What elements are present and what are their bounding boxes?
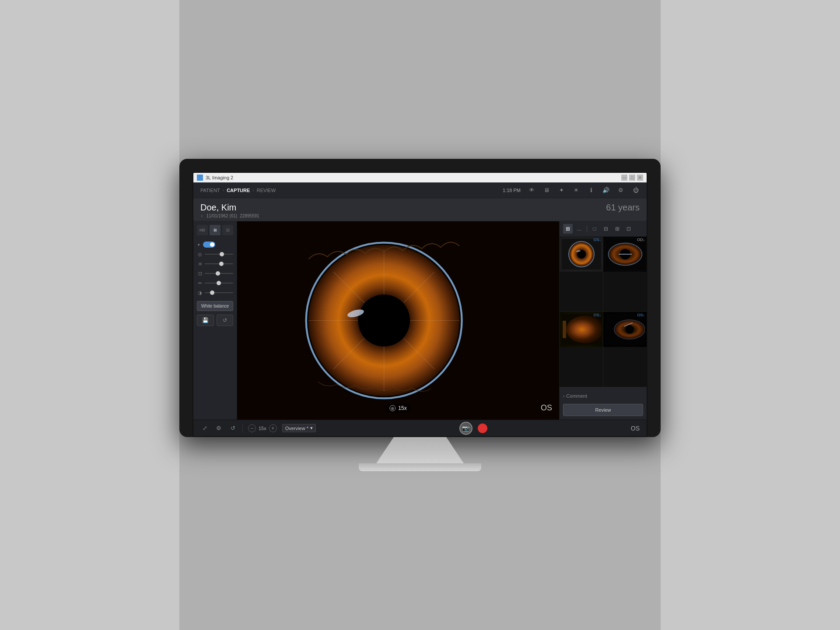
slider-4-icon: ✏ [197,280,203,286]
comment-section: › Comment [563,391,643,401]
eye-side-label: OS [631,425,640,432]
thumb-3-image [560,312,603,347]
slider-5[interactable] [205,290,233,296]
monitor-icon[interactable]: 🖥 [542,186,550,194]
zoom-plus-button[interactable]: + [269,424,277,432]
patient-details: ♀ 11/01/1962 (61) 22895591 [200,214,259,218]
slider-row-3: ⊡ [197,270,233,277]
tab-hd[interactable]: HD [197,225,208,235]
undo-button[interactable]: ↺ [217,315,234,326]
svg-rect-25 [563,321,566,338]
slider-row-1: ◎ [197,250,233,258]
comment-arrow-icon: › [563,394,564,399]
thumbnails-grid: OS↓ [560,237,647,387]
rp-quad-icon[interactable]: ⊞ [612,224,622,234]
nav-capture[interactable]: CAPTURE [227,188,250,193]
slider-2-icon: ≋ [197,261,203,267]
save-button[interactable]: 💾 [197,315,214,326]
thumb-2-image [603,237,647,272]
eye-icon[interactable]: 👁 [528,186,536,194]
close-button[interactable]: ✕ [637,175,643,181]
toggle-icon: ✦ [197,242,200,247]
slider-5-track [205,292,233,293]
toggle-switch[interactable] [203,242,215,248]
slider-3-track [205,273,233,274]
slider-1[interactable] [205,251,233,257]
zoom-indicator-icon: ⊕ [389,405,396,411]
zoom-level-text: 15x [259,426,266,431]
capture-button[interactable]: 📷 [459,422,472,435]
slider-row-4: ✏ [197,279,233,287]
power-icon[interactable]: ⏻ [632,186,640,194]
gender-icon: ♀ [200,214,204,218]
thumbnail-3[interactable]: OS↓ [560,312,603,387]
refresh-icon[interactable]: ↺ [228,424,237,433]
minimize-button[interactable]: — [621,175,627,181]
window-controls: — □ ✕ [621,175,643,181]
rp-more-icon[interactable]: … [574,224,584,234]
slider-4[interactable] [205,280,233,286]
slider-4-thumb[interactable] [217,281,221,285]
slider-1-track [205,254,233,255]
info-icon[interactable]: ℹ [587,186,595,194]
right-panel-toolbar: ⊞ … □ ⊟ ⊞ ⊡ [560,221,647,237]
tab-monitor[interactable]: ⊡ [222,225,233,235]
top-navigation: PATIENT › CAPTURE › REVIEW 1:18 PM 👁 🖥 ✦… [193,182,647,198]
brightness-icon[interactable]: ☀ [572,186,580,194]
nav-patient[interactable]: PATIENT [200,188,220,193]
slider-row-5: ◑ [197,289,233,297]
app-title: 3L Imaging 2 [206,175,619,180]
slider-3-thumb[interactable] [216,271,220,276]
slider-2-thumb[interactable] [219,262,224,266]
slider-1-icon: ◎ [197,251,203,257]
thumb-2-svg [606,239,645,270]
zoom-indicator: ⊕ 15x [385,404,411,413]
thumbnail-1[interactable]: OS↓ [560,237,603,312]
slider-3[interactable] [205,270,233,276]
comment-label: Comment [566,393,587,399]
zoom-minus-icon: − [250,425,253,431]
thumbnail-4[interactable]: OS↓ [603,312,647,387]
monitor-base [359,463,481,471]
view-dropdown[interactable]: Overview * ▾ [282,424,316,432]
rp-double-icon[interactable]: ⊟ [601,224,611,234]
rp-grid-icon[interactable]: ⊡ [624,224,634,234]
zoom-level-display: 15x [398,405,406,411]
clock: 1:18 PM [503,188,521,193]
thumbnail-2[interactable]: OD↓ [603,237,647,312]
settings-icon[interactable]: ⚙ [617,186,625,194]
slider-5-thumb[interactable] [210,290,214,295]
zoom-minus-button[interactable]: − [248,424,256,432]
title-bar: 3L Imaging 2 — □ ✕ [193,173,647,182]
svg-point-28 [625,325,634,334]
review-button[interactable]: Review [563,404,643,416]
nav-sep-1: › [223,188,224,192]
settings-icon[interactable]: ⚙ [214,424,223,433]
nav-review[interactable]: REVIEW [257,188,276,193]
eye-shine [308,246,456,395]
slider-1-thumb[interactable] [220,252,224,256]
zoom-controls: − 15x + [248,424,277,432]
monitor: 3L Imaging 2 — □ ✕ PATIENT › CAPTURE [179,159,661,437]
white-balance-button[interactable]: White balance [197,301,233,311]
panel-bottom-buttons: 💾 ↺ [197,315,233,326]
rp-single-icon[interactable]: □ [590,224,599,234]
breadcrumb: PATIENT › CAPTURE › REVIEW [200,188,276,193]
record-button[interactable] [478,424,487,433]
main-content: HD ⊞ ⊡ ✦ [193,221,647,420]
slider-3-icon: ⊡ [197,270,203,276]
volume-icon[interactable]: 🔊 [602,186,610,194]
maximize-button[interactable]: □ [629,175,635,181]
camera-settings-icon[interactable]: ✦ [557,186,565,194]
app-icon [197,175,203,181]
thumb-1-svg [562,239,601,270]
slider-2[interactable] [205,261,233,267]
thumb-4-svg [606,314,645,345]
toggle-row: ✦ [197,241,233,248]
fullscreen-icon[interactable]: ⤢ [200,424,209,433]
camera-icon: 📷 [462,425,469,432]
tab-grid[interactable]: ⊞ [210,225,220,235]
app-container: PATIENT › CAPTURE › REVIEW 1:18 PM 👁 🖥 ✦… [193,182,647,436]
rp-capture-icon[interactable]: ⊞ [563,224,573,234]
thumb-1-label: OS↓ [593,238,601,242]
